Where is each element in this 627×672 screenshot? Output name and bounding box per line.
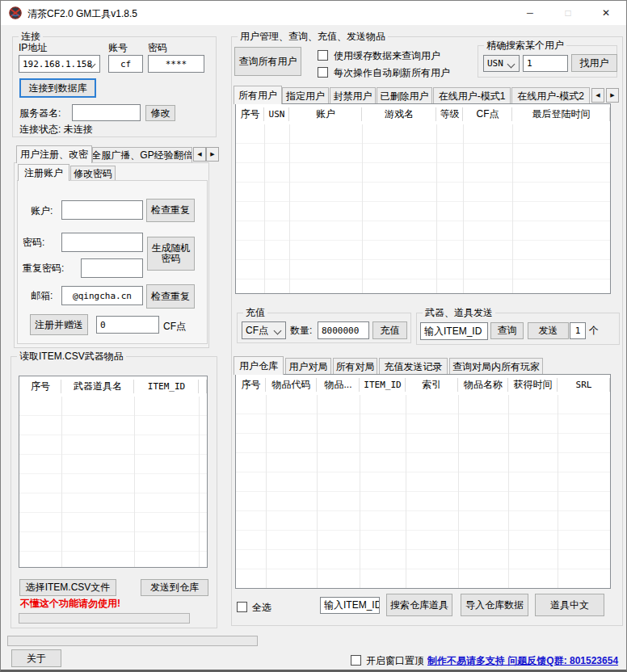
find-user-button[interactable]: 找用户 bbox=[571, 54, 617, 72]
tab-deleted-users[interactable]: 已删除用户 bbox=[377, 87, 432, 104]
register-account-input[interactable] bbox=[61, 200, 143, 220]
account-label: 账号 bbox=[108, 42, 128, 53]
recharge-type-value: CF点 bbox=[246, 324, 268, 338]
item-csv-table-body bbox=[19, 397, 207, 567]
column-header[interactable]: 账户 bbox=[289, 104, 362, 124]
tab-change-password-label: 修改密码 bbox=[74, 167, 112, 181]
generate-random-password-button[interactable]: 生成随机密码 bbox=[147, 237, 195, 271]
generate-random-password-label: 生成随机密码 bbox=[149, 243, 192, 264]
column-header[interactable]: 获得时间 bbox=[508, 375, 558, 395]
support-feedback-link[interactable]: 制作不易请多支持 问题反馈Q群: 801523654 bbox=[427, 655, 618, 666]
minimize-button[interactable]: ─ bbox=[511, 1, 549, 25]
query-item-label: 查询 bbox=[498, 326, 517, 336]
tab-user-register[interactable]: 用户注册、改密 bbox=[16, 145, 92, 163]
maximize-icon: □ bbox=[565, 7, 570, 19]
column-header[interactable]: SRL bbox=[558, 375, 610, 395]
send-item-id-input[interactable]: 输入ITEM_ID bbox=[420, 322, 488, 340]
inventory-item-id-input[interactable]: 输入ITEM_ID bbox=[320, 597, 380, 614]
tab-broadcast-gp[interactable]: 全服广播、GP经验翻倍 bbox=[92, 147, 192, 163]
tab-change-password[interactable]: 修改密码 bbox=[70, 166, 116, 181]
check-duplicate-email-button[interactable]: 检查重复 bbox=[146, 284, 195, 309]
gift-amount-input[interactable]: 0 bbox=[96, 316, 159, 334]
column-header[interactable]: 序号 bbox=[19, 376, 61, 397]
repeat-password-input[interactable] bbox=[81, 258, 143, 278]
db-password-input[interactable]: **** bbox=[148, 55, 204, 73]
tab-user-matches[interactable]: 用户对局 bbox=[285, 358, 331, 375]
send-count-input[interactable]: 1 bbox=[570, 322, 586, 339]
email-input[interactable]: @qingcha.cn bbox=[61, 286, 143, 305]
column-header[interactable]: 物品... bbox=[317, 375, 360, 395]
column-header[interactable]: 物品代码 bbox=[266, 375, 317, 395]
auto-refresh-checkbox[interactable] bbox=[318, 67, 328, 78]
users-table[interactable]: 序号 USN 账户 游戏名 等级 CF点 最后登陆时间 bbox=[235, 103, 611, 294]
email-label: 邮箱: bbox=[31, 290, 53, 301]
query-item-button[interactable]: 查询 bbox=[490, 322, 524, 339]
column-header[interactable]: 最后登陆时间 bbox=[512, 104, 610, 124]
tab-all-matches[interactable]: 所有对局 bbox=[333, 358, 377, 375]
choose-item-csv-button[interactable]: 选择ITEM.CSV文件 bbox=[19, 579, 116, 596]
query-all-users-label: 查询所有用户 bbox=[239, 57, 297, 67]
topmost-checkbox[interactable] bbox=[351, 655, 361, 666]
column-header-spacer bbox=[199, 376, 207, 397]
tab-online-mode2[interactable]: 在线用户-模式2 bbox=[511, 87, 590, 104]
tab-all-users[interactable]: 所有用户 bbox=[234, 86, 282, 104]
column-header[interactable]: ITEM_ID bbox=[360, 375, 406, 395]
left-tabs-next-button[interactable]: ▶ bbox=[206, 147, 219, 162]
tab-user-storage[interactable]: 用户仓库 bbox=[234, 356, 284, 375]
recharge-button[interactable]: 充值 bbox=[372, 321, 407, 339]
column-header[interactable]: ITEM_ID bbox=[134, 376, 199, 397]
column-header[interactable]: 序号 bbox=[236, 375, 266, 395]
tab-user-storage-label: 用户仓库 bbox=[239, 359, 278, 373]
tab-banned-users[interactable]: 封禁用户 bbox=[330, 87, 376, 104]
select-all-checkbox[interactable] bbox=[237, 602, 247, 612]
use-cache-checkbox[interactable] bbox=[318, 50, 328, 61]
recharge-amount-input[interactable]: 8000000 bbox=[318, 321, 369, 339]
user-tabs-prev-button[interactable]: ◀ bbox=[591, 88, 604, 103]
query-all-users-button[interactable]: 查询所有用户 bbox=[234, 47, 301, 76]
item-chinese-button[interactable]: 道具中文 bbox=[535, 594, 604, 616]
close-button[interactable]: ✕ bbox=[587, 1, 625, 25]
close-icon: ✕ bbox=[602, 7, 610, 19]
recharge-type-combobox[interactable]: CF点 bbox=[242, 321, 286, 339]
tab-banned-users-label: 封禁用户 bbox=[334, 90, 372, 103]
register-password-input[interactable] bbox=[61, 233, 143, 252]
about-button[interactable]: 关于 bbox=[11, 649, 61, 667]
tab-online-mode1[interactable]: 在线用户-模式1 bbox=[433, 87, 511, 104]
register-and-gift-button[interactable]: 注册并赠送 bbox=[30, 314, 88, 335]
server-name-input[interactable] bbox=[72, 104, 141, 121]
tab-recharge-log[interactable]: 充值发送记录 bbox=[379, 358, 448, 375]
tab-register-account[interactable]: 注册账户 bbox=[18, 164, 69, 181]
item-csv-table[interactable]: 序号 武器道具名 ITEM_ID bbox=[19, 376, 208, 568]
use-cache-label: 使用缓存数据来查询用户 bbox=[334, 50, 440, 61]
tab-broadcast-gp-label: 全服广播、GP经验翻倍 bbox=[92, 149, 192, 162]
ip-label: IP地址 bbox=[19, 42, 47, 53]
gift-amount-value: 0 bbox=[100, 320, 106, 330]
ip-address-combobox[interactable]: 192.168.1.158 bbox=[19, 55, 100, 73]
tab-specified-users[interactable]: 指定用户 bbox=[282, 87, 329, 104]
ip-address-value: 192.168.1.158 bbox=[23, 59, 92, 69]
search-type-combobox[interactable]: USN bbox=[483, 55, 520, 72]
column-header[interactable]: CF点 bbox=[463, 104, 512, 124]
search-storage-button[interactable]: 搜索仓库道具 bbox=[386, 594, 452, 616]
search-user-input[interactable]: 1 bbox=[523, 55, 568, 72]
column-header[interactable]: 武器道具名 bbox=[61, 376, 134, 397]
user-tabs-next-button[interactable]: ▶ bbox=[606, 88, 619, 103]
column-header[interactable]: 序号 bbox=[236, 104, 264, 124]
check-duplicate-account-button[interactable]: 检查重复 bbox=[146, 199, 195, 222]
send-to-storage-button[interactable]: 发送到仓库 bbox=[141, 579, 208, 596]
inventory-table[interactable]: 序号 物品代码 物品... ITEM_ID 索引 物品名称 获得时间 SRL bbox=[235, 374, 611, 589]
column-header[interactable]: USN bbox=[264, 104, 289, 124]
register-account-label: 账户: bbox=[31, 205, 53, 216]
tab-match-players[interactable]: 查询对局内所有玩家 bbox=[449, 358, 543, 375]
import-storage-button[interactable]: 导入仓库数据 bbox=[461, 594, 528, 616]
left-tabs-prev-button[interactable]: ◀ bbox=[193, 147, 206, 162]
db-account-input[interactable]: cf bbox=[108, 55, 143, 73]
column-header[interactable]: 游戏名 bbox=[362, 104, 436, 124]
column-header[interactable]: 等级 bbox=[436, 104, 463, 124]
modify-server-button[interactable]: 修改 bbox=[145, 105, 175, 121]
column-header[interactable]: 索引 bbox=[406, 375, 458, 395]
item-csv-progressbar bbox=[19, 613, 190, 624]
column-header[interactable]: 物品名称 bbox=[458, 375, 508, 395]
connect-db-button[interactable]: 连接到数据库 bbox=[19, 78, 96, 98]
send-item-button[interactable]: 发送 bbox=[528, 322, 569, 339]
